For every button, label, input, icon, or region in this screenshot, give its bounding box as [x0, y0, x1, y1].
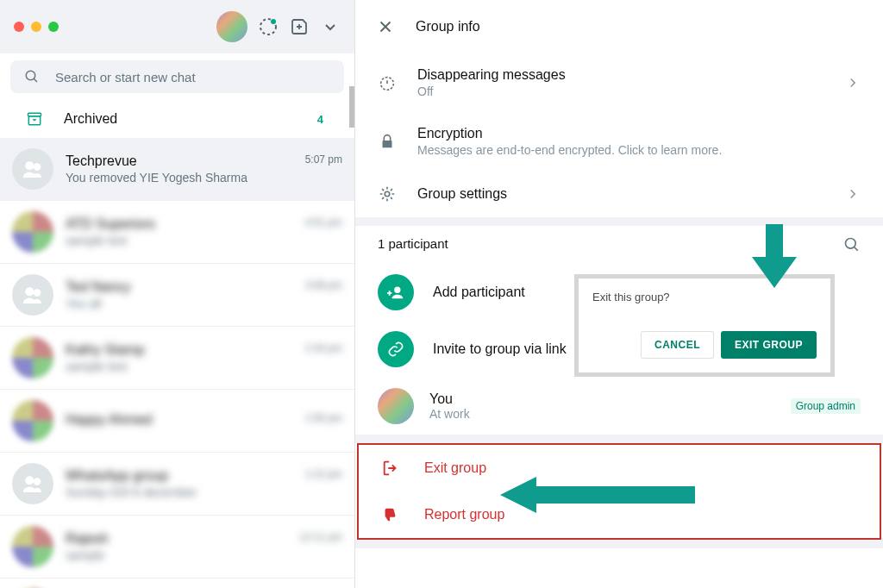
minimize-window-icon[interactable] [31, 22, 41, 32]
svg-point-9 [25, 476, 34, 485]
chat-content: Kathy Stamp2:34 pmsample text [66, 342, 342, 373]
menu-icon[interactable] [320, 16, 341, 37]
chat-content: Techprevue5:07 pmYou removed YIE Yogesh … [66, 153, 342, 185]
chat-content: Rajesh12:11 pmsample [66, 531, 342, 562]
chat-avatar [12, 400, 53, 441]
group-settings-row[interactable]: Group settings [355, 171, 883, 217]
svg-point-1 [271, 19, 276, 24]
thumbs-down-icon [381, 505, 400, 524]
participants-header: 1 participant [355, 226, 883, 264]
svg-point-7 [25, 287, 34, 296]
you-status: At work [429, 407, 470, 421]
chat-name: Kathy Stamp [66, 342, 145, 358]
chat-item[interactable]: ATD Superiors4:51 pmsample text [0, 201, 354, 264]
exit-button[interactable]: EXIT GROUP [721, 331, 817, 359]
panel-title: Group info [416, 19, 480, 34]
report-group-label: Report group [424, 507, 504, 522]
chat-item[interactable]: Techprevue5:07 pmYou removed YIE Yogesh … [0, 138, 354, 201]
participant-you[interactable]: You At work Group admin [355, 378, 883, 435]
search-participants-icon[interactable] [843, 236, 861, 253]
chat-name: ATD Superiors [66, 216, 155, 232]
chat-name: Techprevue [66, 153, 137, 169]
search-box[interactable] [10, 60, 344, 93]
svg-point-11 [381, 78, 394, 91]
svg-point-10 [34, 478, 41, 485]
exit-group-label: Exit group [424, 460, 486, 476]
invite-link-label: Invite to group via link [433, 341, 567, 357]
svg-point-2 [26, 71, 35, 80]
profile-avatar[interactable] [216, 11, 247, 42]
left-pane: Archived 4 Techprevue5:07 pmYou removed … [0, 0, 355, 588]
svg-rect-12 [383, 141, 392, 147]
chat-content: WhatsApp group1:22 pmSunday 020 6 decemb… [66, 468, 342, 499]
status-icon[interactable] [258, 16, 279, 37]
chevron-right-icon [845, 75, 861, 91]
disappearing-messages-row[interactable]: Disappearing messages Off [355, 53, 883, 112]
chat-time: 5:07 pm [305, 153, 342, 169]
chat-avatar [12, 211, 53, 253]
admin-badge: Group admin [791, 398, 861, 414]
chat-avatar [12, 337, 53, 378]
new-chat-icon[interactable] [289, 16, 310, 37]
chat-avatar [12, 148, 53, 190]
archived-icon [26, 110, 43, 128]
close-window-icon[interactable] [14, 22, 24, 32]
chat-preview: You removed YIE Yogesh Sharma [66, 171, 342, 185]
chat-content: ATD Superiors4:51 pmsample text [66, 216, 342, 247]
participants-count: 1 participant [378, 236, 448, 253]
chat-avatar [12, 274, 53, 316]
encryption-row[interactable]: Encryption Messages are end-to-end encry… [355, 112, 883, 171]
archived-label: Archived [64, 111, 297, 127]
timer-icon [378, 73, 397, 92]
encryption-desc: Messages are end-to-end encrypted. Click… [417, 143, 861, 157]
chat-item[interactable]: Ted Nancy3:08 pmYou all [0, 264, 354, 327]
close-icon[interactable] [376, 17, 395, 36]
chat-item[interactable]: Another entry [0, 579, 354, 588]
add-participant-icon [378, 274, 414, 310]
chat-avatar [12, 526, 53, 567]
chat-time: 12:11 pm [299, 531, 342, 547]
chat-preview: sample text [66, 234, 342, 247]
svg-point-15 [394, 287, 400, 293]
exit-confirm-dialog: Exit this group? CANCEL EXIT GROUP [574, 274, 835, 377]
chat-item[interactable]: WhatsApp group1:22 pmSunday 020 6 decemb… [0, 453, 354, 516]
chevron-right-icon [845, 186, 861, 202]
chat-avatar [12, 463, 53, 504]
chat-content: Happy Ahmed1:50 pm [66, 412, 342, 429]
chat-name: WhatsApp group [66, 468, 168, 484]
chat-preview: You all [66, 297, 342, 310]
link-icon [378, 331, 414, 367]
section-divider [355, 435, 883, 443]
chat-name: Happy Ahmed [66, 412, 153, 428]
chat-item[interactable]: Kathy Stamp2:34 pmsample text [0, 327, 354, 390]
svg-point-14 [846, 239, 856, 249]
you-avatar [378, 388, 414, 424]
panel-header: Group info [355, 0, 883, 53]
disappearing-label: Disappearing messages [417, 67, 824, 83]
cancel-button[interactable]: CANCEL [641, 331, 714, 359]
svg-point-8 [34, 289, 41, 297]
section-divider [355, 217, 883, 226]
chat-preview: Sunday 020 6 december [66, 485, 342, 499]
window-controls[interactable] [14, 22, 59, 32]
chat-item[interactable]: Rajesh12:11 pmsample [0, 516, 354, 579]
search-input[interactable] [55, 70, 330, 84]
maximize-window-icon[interactable] [48, 22, 59, 32]
disappearing-value: Off [417, 84, 824, 98]
svg-point-5 [25, 161, 34, 170]
chat-preview: sample [66, 548, 342, 562]
chat-list: Techprevue5:07 pmYou removed YIE Yogesh … [0, 138, 354, 588]
chat-item[interactable]: Happy Ahmed1:50 pm [0, 390, 354, 453]
chat-content: Ted Nancy3:08 pmYou all [66, 279, 342, 310]
add-participant-label: Add participant [433, 285, 525, 300]
you-name: You [429, 391, 470, 407]
scrollbar-thumb[interactable] [349, 86, 354, 128]
archived-row[interactable]: Archived 4 [0, 100, 354, 138]
encryption-label: Encryption [417, 126, 861, 141]
svg-point-13 [385, 191, 390, 197]
chat-name: Rajesh [66, 531, 109, 547]
annotation-arrow-left [500, 477, 695, 513]
svg-point-6 [34, 163, 41, 171]
chat-time: 1:22 pm [305, 468, 342, 484]
chat-name: Ted Nancy [66, 279, 131, 295]
